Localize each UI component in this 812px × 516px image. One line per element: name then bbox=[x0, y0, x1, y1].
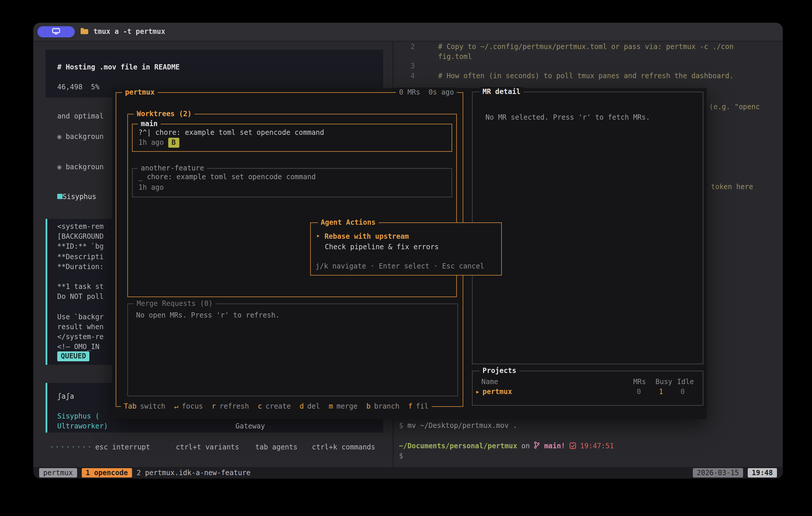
terminal-content: # Hosting .mov file in README 46,498 5% … bbox=[33, 41, 783, 467]
col-header-name: Name bbox=[481, 377, 498, 387]
tab-pill-button[interactable] bbox=[37, 26, 75, 37]
system-line: <system-rem bbox=[57, 222, 104, 232]
dialog-status: 0 MRs 0s ago bbox=[396, 88, 457, 97]
worktree-meta: 1h ago B bbox=[139, 138, 179, 148]
window-tab-active[interactable]: 1 opencode bbox=[82, 468, 132, 478]
system-line: <!— OMO_IN bbox=[57, 342, 99, 352]
cwd-path: ~/Documents/personal/pertmux bbox=[399, 442, 517, 450]
hint-ctrl-t: ctrl+t variants bbox=[176, 443, 239, 452]
window-title: tmux a -t pertmux bbox=[93, 27, 165, 37]
line-number: 4 bbox=[403, 71, 415, 81]
system-line: </system-re bbox=[57, 332, 104, 342]
keybind[interactable]: bbranch bbox=[366, 402, 399, 412]
window-tab-inactive[interactable]: 2 pertmux.idk-a-new-feature bbox=[137, 468, 251, 478]
tmux-statusbar: pertmux 1 opencode 2 pertmux.idk-a-new-f… bbox=[33, 467, 783, 479]
mr-detail-empty: No MR selected. Press 'r' to fetch MRs. bbox=[486, 113, 650, 123]
sisyphus-line: Sisyphus bbox=[57, 192, 96, 202]
editor-fragment: token here bbox=[711, 182, 753, 192]
system-line: result when bbox=[57, 322, 104, 332]
merge-requests-title: Merge Requests (0) bbox=[134, 299, 215, 309]
agent-glyphs: ʃaʃa bbox=[57, 392, 74, 402]
background-task-line: ◉ backgroun bbox=[57, 132, 104, 142]
shell-status-line: ~/Documents/personal/pertmux on main! 19… bbox=[399, 441, 614, 451]
keybind[interactable]: mmerge bbox=[328, 402, 357, 412]
agent-actions-title: Agent Actions bbox=[318, 218, 379, 227]
worktrees-title: Worktrees (2) bbox=[134, 109, 195, 119]
git-branch-name: main! bbox=[544, 442, 565, 450]
keybind[interactable]: rrefresh bbox=[212, 402, 249, 412]
status-date: 2026-03-15 bbox=[693, 468, 743, 478]
hint-ctrl-k: ctrl+k commands bbox=[312, 443, 375, 452]
system-line: **Descripti bbox=[57, 252, 104, 262]
system-line: Use `backgr bbox=[57, 312, 104, 322]
status-dot-icon: ◉ bbox=[57, 132, 66, 141]
worktree-commit: ?^| chore: example toml set opencode com… bbox=[139, 128, 324, 138]
hint-tab: tab agents bbox=[255, 443, 298, 452]
project-mrs: 0 bbox=[637, 387, 641, 397]
merge-requests-empty: No open MRs. Press 'r' to refresh. bbox=[136, 310, 280, 321]
mr-detail-title: MR detail bbox=[480, 87, 523, 97]
screen: tmux a -t pertmux # Hosting .mov file in… bbox=[0, 0, 812, 516]
status-time: 19:48 bbox=[748, 468, 777, 478]
keybind-bar: Tabswitch ↵focus rrefresh ccreate ddel m… bbox=[121, 402, 431, 412]
editor-line: # Copy to ~/.config/pertmux/pertmux.toml… bbox=[438, 42, 733, 52]
project-busy: 1 bbox=[659, 387, 663, 397]
mr-detail-panel: MR detail No MR selected. Press 'r' to f… bbox=[472, 92, 703, 364]
queued-status-badge: QUEUED bbox=[57, 352, 90, 361]
project-idle: 0 bbox=[680, 387, 685, 397]
system-line: Do NOT poll bbox=[57, 292, 104, 302]
agent-actions-menu: Agent Actions ‣ Rebase with upstream Che… bbox=[310, 222, 502, 275]
merge-requests-panel: Merge Requests (0) No open MRs. Press 'r… bbox=[127, 304, 458, 396]
projects-panel: Projects Name MRs Busy Idle ▸ pertmux 0 … bbox=[472, 371, 703, 406]
command-duration: 19:47:51 bbox=[580, 442, 614, 450]
keybind[interactable]: ffil bbox=[408, 402, 429, 412]
shell-prompt: $ bbox=[399, 451, 403, 461]
hint-esc: esc interrupt bbox=[95, 443, 150, 452]
selection-pointer-icon: ‣ bbox=[316, 232, 324, 241]
session-badge[interactable]: pertmux bbox=[39, 468, 77, 478]
keybind[interactable]: ddel bbox=[300, 402, 320, 412]
worktree-name: main bbox=[138, 119, 161, 129]
selection-pointer-icon: ▸ bbox=[475, 387, 480, 397]
keybind[interactable]: ccreate bbox=[258, 402, 291, 412]
readme-heading: # Hosting .mov file in README bbox=[57, 62, 180, 72]
worktree-item-main[interactable]: main ?^| chore: example toml set opencod… bbox=[132, 124, 452, 152]
monitor-icon bbox=[52, 27, 60, 37]
status-dot-icon: ◉ bbox=[57, 163, 66, 171]
editor-line: fig.toml bbox=[438, 52, 472, 62]
worktree-item-another-feature[interactable]: another-feature _ chore: example toml se… bbox=[132, 168, 452, 197]
keybind[interactable]: Tabswitch bbox=[124, 402, 165, 412]
agent-name-line2: Ultraworker) bbox=[57, 421, 108, 431]
system-line: **Duration: bbox=[57, 262, 104, 272]
readme-stats: 46,498 5% bbox=[57, 82, 99, 92]
editor-fragment: (e.g. "openc bbox=[709, 102, 760, 112]
check-icon bbox=[570, 442, 580, 450]
projects-title: Projects bbox=[480, 366, 519, 376]
pertmux-dialog: pertmux 0 MRs 0s ago Worktrees (2) main … bbox=[112, 88, 707, 419]
menu-hint: j/k navigate · Enter select · Esc cancel bbox=[315, 262, 484, 271]
worktree-name: another-feature bbox=[138, 163, 207, 173]
chat-line: and optimal bbox=[57, 112, 104, 121]
keybind[interactable]: ↵focus bbox=[174, 402, 203, 412]
system-line: [BACKGROUND bbox=[57, 232, 104, 242]
worktree-commit: _ chore: example toml set opencode comma… bbox=[139, 172, 316, 182]
agent-name-line1: Sisyphus ( bbox=[57, 412, 99, 421]
line-number: 3 bbox=[403, 61, 415, 71]
menu-item-pipeline[interactable]: Check pipeline & fix errors bbox=[325, 242, 439, 252]
system-line: **ID:** `bg bbox=[57, 242, 104, 251]
busy-badge: B bbox=[168, 138, 179, 148]
system-line: **1 task st bbox=[57, 282, 104, 292]
col-header-mrs: MRs bbox=[633, 377, 646, 387]
dialog-title: pertmux bbox=[122, 88, 157, 97]
shell-command-line: $ mv ~/Desktop/pertmux.mov . bbox=[399, 421, 517, 431]
gateway-label: Gateway bbox=[235, 421, 265, 431]
git-branch-icon bbox=[534, 442, 544, 450]
sisyphus-square-icon bbox=[57, 194, 62, 199]
spinner-dots: ········ bbox=[50, 443, 93, 452]
background-task-line: ◉ backgroun bbox=[57, 162, 104, 172]
project-name: pertmux bbox=[483, 387, 512, 397]
titlebar: tmux a -t pertmux bbox=[33, 23, 783, 41]
col-header-idle: Idle bbox=[677, 377, 694, 387]
folder-icon bbox=[80, 27, 88, 37]
menu-item-rebase[interactable]: ‣ Rebase with upstream bbox=[316, 232, 409, 242]
